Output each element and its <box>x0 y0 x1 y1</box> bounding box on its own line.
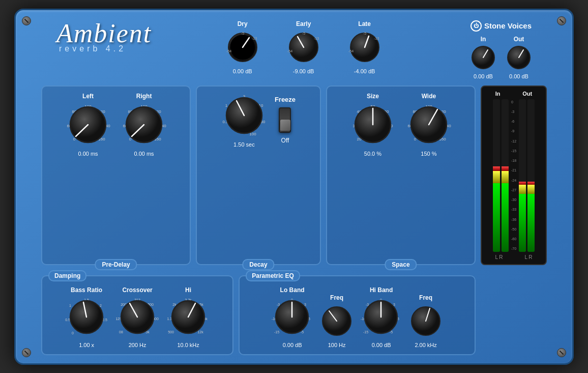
svg-text:12k: 12k <box>197 330 203 334</box>
lo-freq-group: Freq 100 Hz <box>319 294 355 348</box>
early-knob[interactable]: -5 -13 -54 <box>286 30 321 65</box>
svg-text:-5: -5 <box>241 32 244 35</box>
late-value: -4.00 dB <box>354 68 375 74</box>
brand-icon: ⏻ <box>471 20 482 32</box>
left-label: Left <box>82 93 94 100</box>
decay-label: Decay <box>242 259 274 270</box>
wide-knob[interactable]: 100 120 140 160 80 60 0 <box>406 102 452 148</box>
early-label: Early <box>296 20 311 27</box>
hi-freq-label: Freq <box>419 294 432 301</box>
in-meters <box>493 99 509 252</box>
svg-text:2: 2 <box>100 304 102 307</box>
crossover-knob[interactable]: 312 500 800 200 125 08 5k <box>116 296 159 339</box>
in-left-meter <box>493 99 500 252</box>
size-knob[interactable]: 50 60 70 40 30 20 <box>350 102 396 148</box>
hi-group: Hi 3.2k 5k 8k 12k 2k 1.3k 500 <box>167 286 210 348</box>
svg-text:-54: -54 <box>348 49 354 53</box>
damping-panel: Damping Bass Ratio 1.5 2 2.5 1 0.5 0 <box>41 275 233 355</box>
hi-label: Hi <box>185 286 191 294</box>
wide-label: Wide <box>422 93 436 100</box>
decay-panel: 3 10 30 100 1 0.3 1.50 sec <box>196 85 321 265</box>
lo-band-group: Lo Band 0 3 5 -5 -3 -10 -15 <box>271 286 314 348</box>
eq-label: Parametric EQ <box>246 270 300 281</box>
late-knob-group: Late -5 -13 -54 -4.00 dB <box>347 20 383 74</box>
lo-freq-value: 100 Hz <box>328 342 346 348</box>
vu-footer: L R L R <box>484 254 543 260</box>
early-value: -9.00 dB <box>293 68 314 74</box>
bass-ratio-group: Bass Ratio 1.5 2 2.5 1 0.5 0 1.00 <box>65 286 108 348</box>
out-knob-group: Out 0.00 dB <box>506 36 532 79</box>
hi-band-label: Hi Band <box>370 286 393 294</box>
damping-label: Damping <box>48 270 86 281</box>
hi-band-value: 0.00 dB <box>372 342 391 348</box>
pre-delay-knobs: Left 100 120 140 <box>48 93 184 157</box>
hi-band-group: Hi Band 0 3 5 -5 -3 -10 -15 0.00 d <box>360 286 403 348</box>
pre-delay-panel: Left 100 120 140 <box>41 85 191 265</box>
svg-text:-54: -54 <box>226 49 231 53</box>
svg-text:08: 08 <box>119 330 123 334</box>
svg-text:-5: -5 <box>302 32 305 35</box>
left-knob[interactable]: 100 120 140 160 80 60 0 <box>65 102 111 148</box>
dry-label: Dry <box>238 20 248 27</box>
right-label: Right <box>136 93 152 100</box>
svg-text:-13: -13 <box>314 37 319 40</box>
svg-text:1: 1 <box>225 103 228 108</box>
space-label: Space <box>385 259 417 270</box>
pre-delay-label: Pre-Delay <box>95 259 137 270</box>
logo-ambient: Ambient <box>56 20 152 47</box>
dry-knob[interactable]: -5 -13 -54 <box>225 30 260 65</box>
right-value: 0.00 ms <box>134 151 154 157</box>
hi-freq-knob[interactable] <box>408 303 444 339</box>
brand-area: ⏻ Stone Voices In 0.00 dB Out <box>455 20 532 79</box>
size-label: Size <box>367 93 379 100</box>
svg-text:-13: -13 <box>374 37 379 40</box>
eq-knobs: Lo Band 0 3 5 -5 -3 -10 -15 <box>246 286 468 348</box>
dry-knob-group: Dry -5 <box>225 20 260 74</box>
left-knob-group: Left 100 120 140 <box>65 93 111 157</box>
in-knob[interactable] <box>471 45 496 70</box>
in-right-meter <box>502 99 509 252</box>
early-knob-group: Early -5 -13 -54 -9.00 dB <box>286 20 321 74</box>
lo-freq-label: Freq <box>330 294 343 301</box>
late-knob[interactable]: -5 -13 -54 <box>347 30 383 65</box>
freeze-value: Off <box>281 137 289 144</box>
out-knob[interactable] <box>506 45 532 70</box>
in-label: In <box>481 36 486 43</box>
svg-text:500: 500 <box>168 330 174 334</box>
decay-content: 3 10 30 100 1 0.3 1.50 sec <box>203 93 314 148</box>
in-knob-group: In 0.00 dB <box>471 36 496 79</box>
freeze-toggle[interactable] <box>279 107 291 133</box>
bass-ratio-label: Bass Ratio <box>71 286 102 294</box>
vu-spacer <box>481 275 547 355</box>
lo-freq-knob[interactable] <box>319 303 355 339</box>
size-value: 50.0 % <box>364 151 381 157</box>
vu-meter-panel: In Out <box>481 85 547 265</box>
crossover-group: Crossover 312 500 800 200 125 08 5k <box>116 286 159 348</box>
screw-top-left <box>22 16 31 25</box>
right-knob-group: Right 100 120 140 160 80 60 0 0.00 <box>121 93 167 157</box>
decay-knob[interactable]: 3 10 30 100 1 0.3 <box>221 93 267 138</box>
decay-value: 1.50 sec <box>233 141 255 148</box>
header-area: Ambient reverb 4.2 Dry <box>41 20 547 79</box>
svg-text:-15: -15 <box>363 330 368 334</box>
wide-value: 150 % <box>421 151 436 157</box>
svg-text:0: 0 <box>72 331 74 335</box>
crossover-value: 200 Hz <box>129 342 146 348</box>
freeze-label: Freeze <box>275 96 296 103</box>
vu-scale: 0 -3 -6 -9 -12 -15 -18 -21 -24 -27 -30 -… <box>511 99 516 252</box>
damping-knobs: Bass Ratio 1.5 2 2.5 1 0.5 0 1.00 <box>48 286 226 348</box>
hi-value: 10.0 kHz <box>177 342 199 348</box>
out-right-meter <box>527 99 535 252</box>
lo-band-knob[interactable]: 0 3 5 -5 -3 -10 -15 <box>271 296 314 339</box>
vu-lr-in: L R <box>495 254 503 260</box>
right-knob[interactable]: 100 120 140 160 80 60 0 <box>121 102 167 148</box>
bass-ratio-knob[interactable]: 1.5 2 2.5 1 0.5 0 <box>65 296 108 339</box>
hi-band-knob[interactable]: 0 3 5 -5 -3 -10 -15 <box>360 296 403 339</box>
hi-knob[interactable]: 3.2k 5k 8k 12k 2k 1.3k 500 <box>167 296 210 339</box>
out-value: 0.00 dB <box>509 73 528 79</box>
svg-text:-15: -15 <box>274 330 279 334</box>
screw-top-right <box>557 16 566 25</box>
decay-knob-group: 3 10 30 100 1 0.3 1.50 sec <box>221 93 267 148</box>
svg-text:-13: -13 <box>252 37 257 40</box>
logo-reverb: reverb 4.2 <box>59 44 152 53</box>
